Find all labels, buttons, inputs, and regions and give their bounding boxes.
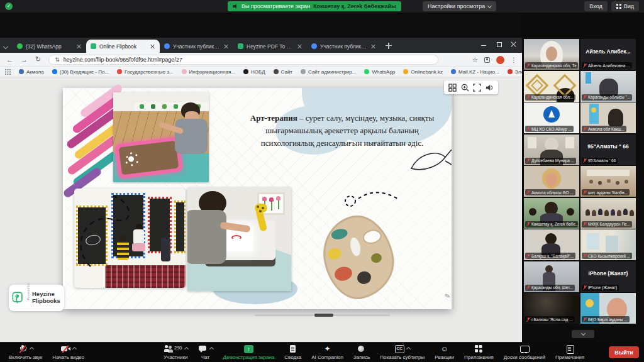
bookmark-item[interactable]: (30) Входящие - По... <box>52 69 109 75</box>
toolbar-item[interactable]: ✦ AI Companion <box>306 343 348 362</box>
toolbar-item[interactable]: Чат <box>193 343 218 362</box>
browser-tab[interactable]: (32) WhatsApp <box>13 40 86 53</box>
muted-mic-icon <box>583 95 587 100</box>
view-button[interactable]: Вид <box>611 1 639 11</box>
bookmarks-bar: Акмола (30) Входящие - По... Государстве… <box>0 67 522 77</box>
reload-icon[interactable]: ↻ <box>35 55 41 63</box>
address-bar[interactable]: ⇅ heyzine.com/flip-book/965f0fdf9e.html#… <box>48 55 438 65</box>
bookmark-item[interactable]: Onlinebank.kz <box>403 69 443 75</box>
bookmark-star-icon[interactable]: ☆ <box>472 56 478 64</box>
window-close-icon[interactable] <box>511 41 517 47</box>
toolbar-item[interactable]: Начать видео <box>47 343 89 362</box>
caret-up-icon[interactable] <box>209 346 213 351</box>
toolbar-item[interactable]: Включить звук <box>4 343 47 362</box>
participant-video-tile[interactable]: Карагандинская обл... <box>524 71 579 102</box>
caret-up-icon[interactable] <box>72 346 77 351</box>
browser-tab[interactable]: Участник публикации - Zoom <box>160 40 233 53</box>
fullscreen-icon[interactable] <box>473 84 481 92</box>
profile-avatar[interactable] <box>496 56 504 64</box>
browser-tab[interactable]: Участник публикации - Zoom <box>307 40 380 53</box>
back-icon[interactable]: ← <box>6 56 13 63</box>
tab-search-icon[interactable] <box>3 44 8 49</box>
bookmark-item[interactable]: Сайт администрир... <box>301 69 356 75</box>
flipbook-progress-bar[interactable] <box>255 314 390 316</box>
progress-thumb[interactable] <box>314 314 333 317</box>
participant-label: Караганды облысы "... <box>582 94 632 101</box>
participant-video-tile[interactable]: МКҚК Балдаурен Пе... <box>580 198 636 229</box>
muted-mic-icon <box>526 285 530 290</box>
participant-video-tile[interactable]: iPhone (Жанат) iPhone (Жанат) <box>580 261 636 292</box>
tab-close-icon[interactable] <box>150 44 155 49</box>
chevron-down-icon <box>487 3 492 8</box>
participant-video-tile[interactable]: Карагандинская обл, Те... <box>524 39 579 70</box>
participant-video-tile[interactable]: БҚО Бөрлі ауданы ... <box>580 293 636 324</box>
window-maximize-icon[interactable] <box>496 41 502 47</box>
bookmark-item[interactable]: НОБД <box>243 69 265 75</box>
participant-video-tile[interactable]: 95"Алматы " 66 95'Алматы ' 66 <box>580 134 636 165</box>
view-settings-button[interactable]: Настройки просмотра <box>423 1 496 11</box>
bookmark-item[interactable]: Электронная бирж... <box>508 69 522 75</box>
participant-name: Көкшетау қ, Zerek бөбе... <box>531 222 578 226</box>
powered-by-label: Powered by <box>27 296 30 300</box>
bookmark-item[interactable]: Сайт <box>274 69 292 75</box>
bookmark-list: Акмола (30) Входящие - По... Государстве… <box>19 69 522 75</box>
participant-video-tile[interactable]: Айзель Алибек... Айзель Алибековна ... <box>580 39 636 70</box>
toolbar-item[interactable]: CC Показать субтитры <box>375 343 430 362</box>
participant-video-tile[interactable]: Қараганды обл. Шет... <box>524 261 579 292</box>
toolbar-item[interactable]: Доски сообщений <box>499 343 550 362</box>
participant-video-tile[interactable]: Караганды облысы "... <box>580 71 636 102</box>
more-participants-button[interactable] <box>572 330 594 338</box>
photo-chalkboard <box>176 202 184 251</box>
sound-icon[interactable] <box>486 84 494 92</box>
apps-grid-icon[interactable] <box>5 69 11 75</box>
browser-tab[interactable]: Online Flipbook <box>86 40 160 53</box>
toolbar-item[interactable]: Приложения <box>459 343 499 362</box>
photo-child-shirt <box>175 119 208 154</box>
participant-video-tile[interactable]: шет ауданы 'Балбө... <box>580 166 636 197</box>
participant-video-tile[interactable]: Дүйсебаева Мунира ... <box>524 134 579 165</box>
toolbar-item[interactable]: Запись <box>348 343 375 362</box>
participant-video-tile[interactable]: Акмола обл Көкш... <box>580 102 636 133</box>
tab-close-icon[interactable] <box>224 44 229 49</box>
page-curl-icon[interactable]: ✎ <box>443 292 451 301</box>
photo-drawing-mark <box>231 235 242 240</box>
bookmark-item[interactable]: WhatsApp <box>364 69 395 75</box>
toolbar-item[interactable]: Примечания <box>550 343 589 362</box>
encryption-shield-icon: ✓ <box>5 3 13 10</box>
participant-video-tile[interactable]: Акмола облысы ӘО ... <box>524 166 579 197</box>
tab-group-icon[interactable] <box>484 57 490 63</box>
window-minimize-icon[interactable] <box>480 41 487 47</box>
toolbar-icon <box>357 345 367 353</box>
forward-icon[interactable]: → <box>21 56 28 63</box>
site-info-icon[interactable]: ⇅ <box>55 57 60 63</box>
new-tab-button[interactable] <box>384 41 393 50</box>
participant-video-tile[interactable]: Балқаш к, "Балақай"... <box>524 229 579 260</box>
participant-label: БҚО Бөрлі ауданы ... <box>582 316 630 322</box>
tab-close-icon[interactable] <box>297 44 303 49</box>
caret-up-icon[interactable] <box>184 346 188 351</box>
bookmark-item[interactable]: Mail.KZ - Нацио... <box>451 69 499 75</box>
bookmark-item[interactable]: Государственные з... <box>117 69 173 75</box>
login-button[interactable]: Вход <box>584 1 607 11</box>
participant-video-tile[interactable]: Көкшетау қ, Zerek бөбе... <box>524 198 579 229</box>
caret-up-icon[interactable] <box>406 346 411 351</box>
toolbar-item[interactable]: ↑ Демонстрация экрана <box>218 343 280 362</box>
browser-menu-icon[interactable]: ⋮ <box>511 57 517 63</box>
participant-video-tile[interactable]: СКО Кызылжарский ... <box>580 229 636 260</box>
zoom-in-icon[interactable] <box>461 84 469 92</box>
bookmark-item[interactable]: Информационная... <box>182 69 235 75</box>
caret-up-icon[interactable] <box>30 346 34 351</box>
participant-video-tile[interactable]: МЦ ХО СКО Айнур ... <box>524 102 579 133</box>
toolbar-item[interactable]: 290 Участники <box>158 343 193 362</box>
bookmark-item[interactable]: Акмола <box>19 69 44 75</box>
pages-grid-icon[interactable] <box>448 84 457 92</box>
toolbar-label: Доски сообщений <box>504 354 545 360</box>
tab-close-icon[interactable] <box>77 44 82 49</box>
leave-meeting-button[interactable]: Выйти <box>609 346 639 358</box>
tab-close-icon[interactable] <box>371 44 376 49</box>
toolbar-item[interactable]: Сводка <box>279 343 306 362</box>
participant-video-tile[interactable]: г.Балхаш 'Ясли-сад ... <box>524 293 579 324</box>
browser-tab[interactable]: Heyzine PDF To Flipbook - Onl <box>233 40 307 53</box>
heyzine-logo[interactable]: Powered by Heyzine Flipbooks <box>9 285 64 311</box>
toolbar-item[interactable]: ☺ Реакции <box>430 343 459 362</box>
